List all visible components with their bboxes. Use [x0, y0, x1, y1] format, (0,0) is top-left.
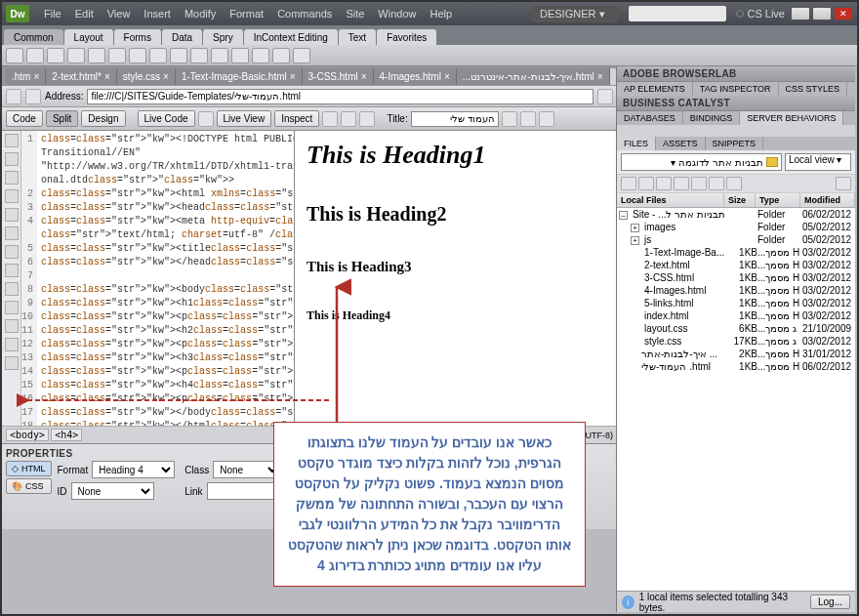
multiscreen-icon[interactable] — [322, 111, 338, 127]
tab-databases[interactable]: DATABASES — [617, 111, 683, 125]
doctab-6[interactable]: ...איך-לבנות-אתר-אינטרנט.html× — [457, 68, 610, 85]
tab-bindings[interactable]: BINDINGS — [683, 111, 741, 125]
file-row[interactable]: 1-Text-Image-Ba...1KB...מסמך H03/02/2012… — [617, 246, 855, 259]
menu-insert[interactable]: Insert — [137, 8, 178, 20]
server-icon[interactable] — [190, 48, 208, 63]
close-icon[interactable]: × — [290, 71, 296, 82]
doctab-3[interactable]: 1-Text-Image-Basic.html× — [176, 68, 303, 85]
properties-html-button[interactable]: ◇ HTML — [6, 461, 52, 476]
tab-layout[interactable]: Layout — [64, 29, 113, 45]
column-modified[interactable]: Modified — [800, 193, 855, 207]
check-icon[interactable] — [539, 111, 554, 127]
menu-file[interactable]: File — [37, 8, 68, 20]
balance-braces-icon[interactable] — [5, 208, 19, 222]
title-input[interactable] — [411, 111, 499, 127]
tab-assets[interactable]: ASSETS — [656, 137, 706, 150]
doctab-5[interactable]: 4-Images.html× — [374, 68, 457, 85]
open-documents-icon[interactable] — [5, 134, 19, 147]
file-row[interactable]: העמוד-שלי.html1KB...מסמך H06/02/2012 15:… — [617, 360, 855, 373]
column-type[interactable]: Type — [756, 193, 800, 207]
file-row[interactable]: 4-Images.html1KB...מסמך H03/02/2012 15:0… — [617, 284, 855, 297]
file-row[interactable]: 5-links.html1KB...מסמך H03/02/2012 15:25 — [617, 297, 855, 309]
comment-icon[interactable] — [211, 48, 228, 63]
tab-spry[interactable]: Spry — [203, 29, 243, 45]
live-code-button[interactable]: Live Code — [138, 110, 195, 127]
image-icon[interactable] — [108, 48, 126, 63]
validate-icon[interactable] — [520, 111, 536, 127]
tab-files[interactable]: FILES — [617, 137, 656, 150]
id-select[interactable]: None — [71, 482, 154, 500]
file-row[interactable]: +imagesFolder05/02/2012 15:38 — [617, 221, 855, 233]
log-button[interactable]: Log... — [810, 595, 850, 609]
highlight-icon[interactable] — [5, 245, 19, 259]
design-heading2[interactable]: This is Heading2 — [307, 203, 605, 226]
doctab-0[interactable]: .htm× — [6, 68, 46, 85]
media-icon[interactable] — [129, 48, 146, 63]
nav-icon[interactable] — [25, 89, 41, 104]
site-selector[interactable]: תבניות אתר לדוגמה ▾ — [621, 153, 782, 171]
search-input[interactable] — [629, 6, 726, 21]
checkout-icon[interactable] — [691, 177, 707, 190]
div-icon[interactable] — [88, 48, 105, 63]
design-heading1[interactable]: This is Heading1 — [307, 141, 605, 170]
refresh-icon[interactable] — [638, 177, 654, 190]
tab-snippets[interactable]: SNIPPETS — [706, 137, 764, 150]
browserlab-panel-header[interactable]: ADOBE BROWSERLAB — [617, 66, 855, 82]
get-icon[interactable] — [656, 177, 672, 190]
line-numbers-icon[interactable] — [5, 226, 19, 240]
menu-format[interactable]: Format — [223, 8, 270, 20]
expand-files-icon[interactable] — [836, 177, 851, 190]
view-selector[interactable]: Local view ▾ — [785, 153, 851, 171]
script-icon[interactable] — [252, 48, 269, 63]
tab-data[interactable]: Data — [162, 29, 202, 45]
view-split-button[interactable]: Split — [46, 110, 78, 127]
tab-common[interactable]: Common — [4, 29, 63, 45]
close-icon[interactable]: × — [361, 71, 367, 82]
menu-window[interactable]: Window — [371, 8, 423, 20]
close-icon[interactable]: × — [163, 71, 169, 82]
file-row[interactable]: איך-לבנות-אתר...2KB...מסמך H31/01/2012 1… — [617, 348, 855, 360]
file-row[interactable]: style.css17KB...ג מסמך03/02/2012 14:34 — [617, 335, 855, 348]
tab-forms[interactable]: Forms — [114, 29, 161, 45]
expand-icon[interactable] — [5, 171, 19, 185]
doctab-2[interactable]: style.css× — [117, 68, 176, 85]
file-row[interactable]: 3-CSS.html1KB...מסמך H03/02/2012 14:59 — [617, 271, 855, 284]
table-icon[interactable] — [67, 48, 85, 63]
hidden-chars-icon[interactable] — [5, 301, 19, 314]
file-row[interactable]: 2-text.html1KB...מסמך H03/02/2012 13:54 — [617, 259, 855, 271]
indent-icon[interactable] — [5, 319, 19, 333]
checkin-icon[interactable] — [709, 177, 724, 190]
anchor-icon[interactable] — [47, 48, 64, 63]
tag-chooser-icon[interactable] — [293, 48, 310, 63]
cslive-button[interactable]: CS Live — [736, 8, 785, 20]
tag-body[interactable]: <body> — [6, 429, 49, 441]
tab-css-styles[interactable]: CSS STYLES — [779, 82, 848, 96]
menu-view[interactable]: View — [101, 8, 138, 20]
address-input[interactable]: file:///C|/SITES/Guide-Templates/העמוד-ש… — [87, 89, 593, 104]
hyperlink-icon[interactable] — [6, 48, 23, 63]
format-icon[interactable] — [5, 356, 19, 370]
close-icon[interactable]: × — [33, 71, 39, 82]
close-button[interactable]: ✕ — [834, 7, 853, 21]
business-catalyst-header[interactable]: BUSINESS CATALYST — [617, 96, 855, 111]
file-row[interactable]: +jsFolder05/02/2012 15:38 — [617, 233, 855, 246]
menu-edit[interactable]: Edit — [68, 8, 101, 20]
close-icon[interactable]: × — [104, 71, 110, 82]
properties-css-button[interactable]: 🎨 CSS — [6, 478, 52, 494]
word-wrap-icon[interactable] — [5, 282, 19, 296]
close-icon[interactable]: × — [597, 71, 603, 82]
templates-icon[interactable] — [272, 48, 290, 63]
maximize-button[interactable]: ▭ — [812, 7, 832, 21]
file-row[interactable]: layout.css6KB...ג מסמך21/10/2009 20:01 — [617, 322, 855, 335]
connect-icon[interactable] — [621, 177, 636, 190]
tab-server-behaviors[interactable]: SERVER BEHAVIORS — [740, 111, 843, 125]
inspect-network-icon[interactable] — [198, 111, 214, 127]
menu-help[interactable]: Help — [423, 8, 459, 20]
column-local-files[interactable]: Local Files — [617, 193, 724, 207]
code-view[interactable]: 1 234 56789101112131415161718 class=clas… — [21, 131, 295, 426]
email-icon[interactable] — [26, 48, 44, 63]
tab-text[interactable]: Text — [339, 29, 376, 45]
select-parent-icon[interactable] — [5, 189, 19, 203]
head-icon[interactable] — [231, 48, 249, 63]
syntax-icon[interactable] — [5, 264, 19, 277]
